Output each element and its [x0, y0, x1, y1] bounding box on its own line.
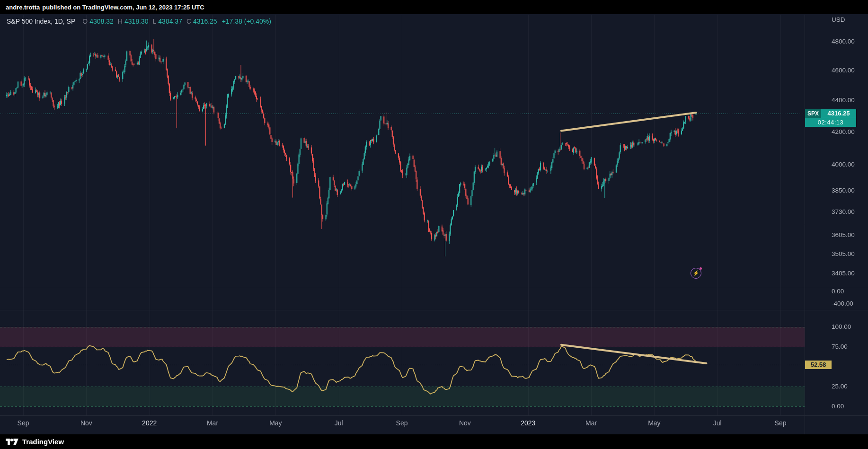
time-axis-label-year: 2023: [521, 419, 535, 427]
legend-high-value: 4318.30: [124, 18, 149, 25]
mini-axis-label: 0.00: [832, 288, 844, 295]
price-tag-symbol: SPX: [805, 109, 821, 118]
price-axis-label: 3505.00: [832, 250, 855, 258]
mini-axis-label: -400.00: [832, 300, 853, 308]
rsi-axis-label: 100.00: [832, 323, 851, 331]
time-axis-label-year: 2022: [142, 419, 157, 427]
currency-label: USD: [832, 16, 845, 23]
time-axis-label: Mar: [585, 419, 597, 427]
footer-bar: TradingView: [0, 434, 868, 449]
time-axis-label: Nov: [80, 419, 92, 427]
legend-change-value: +17.38 (+0.40%): [222, 18, 271, 25]
price-axis-label: 3850.00: [832, 187, 855, 194]
tradingview-logo: [6, 437, 18, 447]
legend-close-label: C: [186, 18, 191, 25]
time-axis-label: Jul: [713, 419, 722, 427]
time-axis-label: Mar: [207, 419, 218, 427]
time-axis-label: Sep: [18, 419, 29, 427]
chart-canvas[interactable]: [0, 0, 868, 449]
notification-dot: [700, 267, 702, 270]
price-axis-label: 3405.00: [832, 270, 855, 277]
legend-high-label: H: [118, 18, 123, 25]
legend-open-value: 4308.32: [89, 18, 114, 25]
time-axis-label: May: [269, 419, 282, 427]
price-axis-label: 4800.00: [832, 38, 855, 45]
lightning-icon: ⚡: [693, 271, 700, 276]
legend-open-label: O: [82, 18, 88, 25]
legend-low-label: L: [153, 18, 157, 25]
legend-close-value: 4316.25: [193, 18, 217, 25]
price-axis-label: 4600.00: [832, 67, 855, 74]
rsi-axis-label: 0.00: [832, 403, 844, 410]
price-axis-label: 3730.00: [832, 208, 855, 216]
last-price-tag: SPX 4316.25 02:44:13: [805, 109, 856, 127]
symbol-description[interactable]: S&P 500 Index, 1D, SP: [7, 18, 75, 25]
rsi-axis-label: 25.00: [832, 383, 848, 390]
footer-brand-text: TradingView: [22, 438, 64, 446]
time-axis-label: Sep: [396, 419, 408, 427]
rsi-value-tag: 52.58: [805, 361, 832, 369]
time-axis-label: Jul: [335, 419, 343, 427]
time-axis-label: May: [648, 419, 660, 427]
price-axis-label: 3605.00: [832, 231, 855, 239]
tradingview-published-chart: andre.trotta published on TradingView.co…: [0, 0, 868, 449]
chart-legend: S&P 500 Index, 1D, SP O 4308.32 H 4318.3…: [7, 18, 271, 25]
legend-low-value: 4304.37: [158, 18, 182, 25]
price-axis-label: 4200.00: [832, 128, 855, 136]
time-axis-label: Sep: [775, 419, 787, 427]
flash-events-button[interactable]: ⚡: [691, 268, 701, 279]
price-axis-label: 4400.00: [832, 97, 855, 104]
price-tag-value: 4316.25: [821, 109, 856, 118]
bar-countdown: 02:44:13: [805, 118, 856, 127]
rsi-axis-label: 75.00: [832, 343, 848, 351]
time-axis-label: Nov: [459, 419, 471, 427]
price-axis-label: 4000.00: [832, 161, 855, 168]
